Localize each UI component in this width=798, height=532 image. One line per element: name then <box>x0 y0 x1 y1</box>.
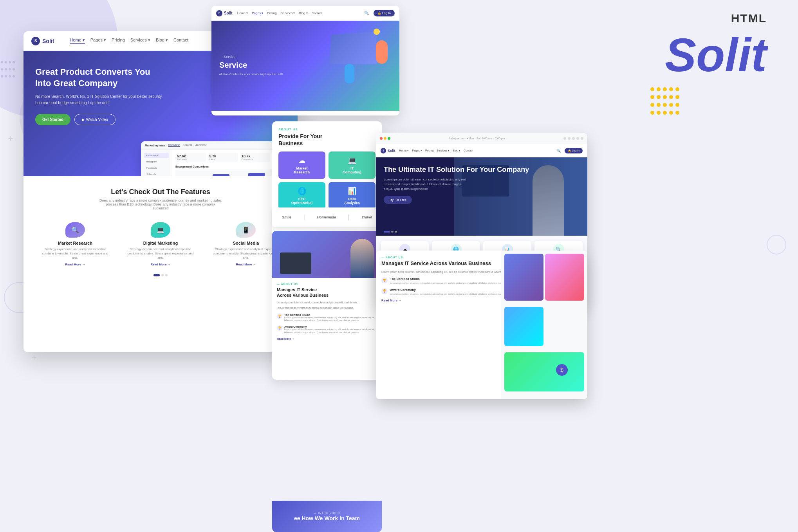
bar-3 <box>213 174 229 176</box>
certified-icon: 🏆 <box>277 314 282 319</box>
s2-login-button[interactable]: 🔒 Log In <box>374 10 395 16</box>
stat-3-label: Comments <box>242 158 269 161</box>
service-card-data-analytics[interactable]: 📊 DataAnalytics <box>329 182 376 209</box>
service-card-it-computing[interactable]: 💻 ITComputing <box>329 151 376 179</box>
s2-nav-contact[interactable]: Contact <box>312 11 323 15</box>
person-illustration <box>350 239 374 278</box>
award-icon: 🏆 <box>277 325 282 331</box>
s4-dot-active[interactable] <box>384 231 390 233</box>
feature-1-link[interactable]: Read More → <box>39 263 111 266</box>
tab-audience[interactable]: Audience <box>195 144 207 147</box>
s4-logo-icon: S <box>381 148 386 153</box>
s5-photo-4 <box>504 352 584 391</box>
s2-nav: S Solit Home ▾ Pages ▾ Pricing Services … <box>211 6 399 21</box>
dots-decoration <box>0 59 16 80</box>
s2-nav-services[interactable]: Services ▾ <box>281 11 295 15</box>
s4-dot-3[interactable] <box>395 231 397 233</box>
features-subtitle: Does any industry face a more complex au… <box>98 198 223 210</box>
hero-title: Great Product Converts You Into Great Co… <box>35 67 168 89</box>
about-items: 🏆 The Certified Studio Lorem ipsum dolor… <box>277 314 377 334</box>
s4-login-button[interactable]: 🔒 Log In <box>565 148 583 153</box>
watch-video-button[interactable]: ▶ Watch Video <box>74 114 116 125</box>
feature-1-text: Strategy experience and analytical exper… <box>39 247 111 260</box>
dot-2[interactable] <box>161 274 164 276</box>
try-for-free-button[interactable]: Try For Free <box>384 196 412 204</box>
about-item-1: 🏆 The Certified Studio Lorem ipsum dolor… <box>277 314 377 323</box>
read-more-link[interactable]: Read More → <box>277 337 377 340</box>
circle-decoration-2 <box>767 235 786 254</box>
service-card-market-research[interactable]: ☁ MarketResearch <box>278 151 325 179</box>
about-text: Lorem ipsum dolor sit amet, consectetur … <box>277 301 377 305</box>
nav-services[interactable]: Services ▾ <box>130 38 150 44</box>
intro-label: — INTRO VIDEO <box>294 512 360 514</box>
s5-layout: — ABOUT US Manages IT Service Across Var… <box>376 251 587 399</box>
stat-2-label: Likes <box>209 158 237 161</box>
seo-title: SEOOptimization <box>282 197 322 205</box>
feature-2-text: Strategy experience and analytical exper… <box>125 247 197 260</box>
s4-nav-pages[interactable]: Pages ▾ <box>412 149 422 152</box>
s4-search-icon[interactable]: 🔍 <box>556 149 561 153</box>
bar-5 <box>248 173 265 176</box>
certified-title: The Certified Studio <box>284 314 377 316</box>
nav-blog[interactable]: Blog ▾ <box>156 38 168 44</box>
get-started-button[interactable]: Get Started <box>35 114 70 125</box>
sidebar-item-schedule[interactable]: Schedule <box>144 171 169 176</box>
main-screenshot: S Solit Home ▾ Pages ▾ Pricing Services … <box>23 31 298 352</box>
s4-nav-contact[interactable]: Contact <box>464 149 473 152</box>
s2-nav-blog[interactable]: Blog ▾ <box>299 11 308 15</box>
market-research-title: MarketResearch <box>282 166 322 174</box>
nav-home[interactable]: Home ▾ <box>70 38 85 44</box>
feature-3-text: Strategy experience and analytical exper… <box>210 247 282 260</box>
s2-search-icon[interactable]: 🔍 <box>364 11 369 15</box>
feature-3-link[interactable]: Read More → <box>210 263 282 266</box>
data-analytics-icon: 📊 <box>332 187 372 195</box>
company-name: Solit <box>665 31 767 78</box>
s2-hero-illustration <box>321 25 392 87</box>
s3-title: Provide For YourBusiness <box>278 133 376 147</box>
tab-overview[interactable]: Overview <box>168 144 179 147</box>
feature-1-title: Market Research <box>39 241 111 245</box>
feature-2-link[interactable]: Read More → <box>125 263 197 266</box>
dot-3[interactable] <box>165 274 168 276</box>
feature-2-title: Digital Marketing <box>125 241 197 245</box>
s4-nav-links: Home ▾ Pages ▾ Pricing Services ▾ Blog ▾… <box>399 149 552 152</box>
s4-nav-services[interactable]: Services ▾ <box>437 149 450 152</box>
s4-nav-home[interactable]: Home ▾ <box>399 149 409 152</box>
dot-1[interactable] <box>153 274 160 276</box>
stat-2-value: 5.7k <box>209 154 237 158</box>
about-image <box>272 231 382 278</box>
s4-hero-text: Lorem ipsum dolor sit amet, consectetur … <box>384 177 470 191</box>
browser-ctrl-1 <box>563 137 566 140</box>
nav-contact[interactable]: Contact <box>173 38 188 44</box>
s4-nav-pricing[interactable]: Pricing <box>425 149 433 152</box>
s5-photo-1 <box>504 254 543 301</box>
browser-ctrl-5 <box>581 137 583 140</box>
market-research-icon: ☁ <box>282 156 322 165</box>
iso-figure-1 <box>376 40 388 64</box>
hero-buttons: Get Started ▶ Watch Video <box>35 114 286 125</box>
s2-nav-pricing[interactable]: Pricing <box>267 11 276 15</box>
browser-controls <box>563 137 583 140</box>
sidebar-item-instagram[interactable]: Instagram <box>144 159 169 164</box>
brand-smile: Smile <box>282 215 291 219</box>
s3-about-label: ABOUT US <box>278 128 376 131</box>
brand-travel: Travel <box>361 215 372 219</box>
feature-2-icon: 💻 <box>151 222 170 238</box>
s4-nav-blog[interactable]: Blog ▾ <box>453 149 460 152</box>
s5-photo-2 <box>545 254 584 301</box>
s4-hero-title: The Ultimate IT Solution For Your Compan… <box>384 165 529 174</box>
sidebar-item-dashboard[interactable]: Dashboard <box>144 153 169 158</box>
nav-pricing[interactable]: Pricing <box>112 38 125 44</box>
browser-ctrl-3 <box>572 137 575 140</box>
features-section: Let's Check Out The Features Does any in… <box>23 176 298 288</box>
nav-pages[interactable]: Pages ▾ <box>90 38 106 44</box>
s4-dot-2[interactable] <box>391 231 394 233</box>
s2-nav-pages[interactable]: Pages ▾ <box>252 11 263 15</box>
service-card-seo[interactable]: 🌐 SEOOptimization <box>278 182 325 209</box>
s2-nav-home[interactable]: Home ▾ <box>237 11 248 15</box>
sidebar-item-facebook[interactable]: Facebook <box>144 165 169 171</box>
intro-section: — INTRO VIDEO ee How We Work In Team <box>272 501 382 532</box>
hero-section: Great Product Converts You Into Great Co… <box>23 51 298 176</box>
dot-maximize <box>388 137 390 140</box>
tab-content[interactable]: Content <box>183 144 193 147</box>
